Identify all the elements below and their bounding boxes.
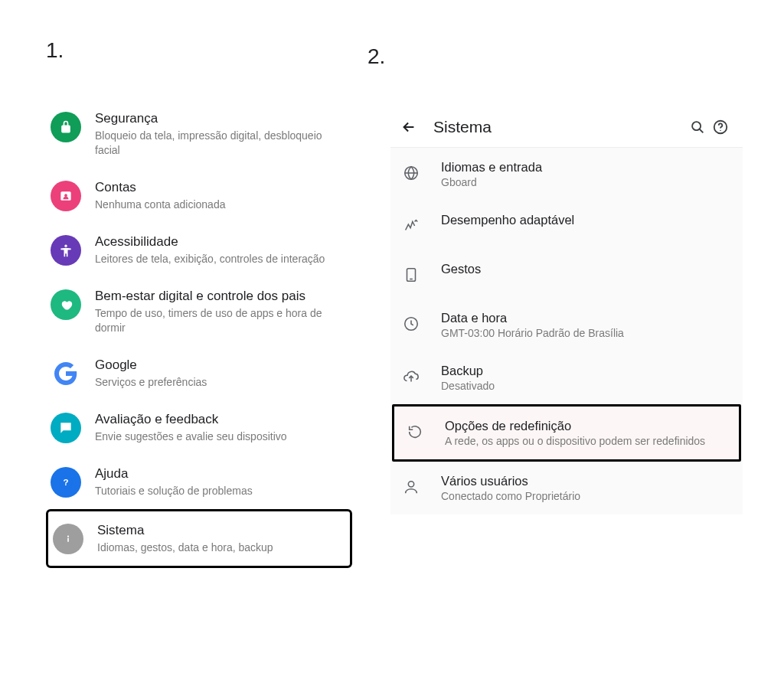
info-icon bbox=[53, 524, 83, 554]
system-item-subtitle: GMT-03:00 Horário Padrão de Brasília bbox=[441, 327, 732, 339]
help-button[interactable] bbox=[709, 119, 732, 136]
settings-item-subtitle: Tempo de uso, timers de uso de apps e ho… bbox=[95, 306, 345, 335]
settings-item-help[interactable]: ? Ajuda Tutoriais e solução de problemas bbox=[46, 455, 352, 509]
settings-item-subtitle: Leitores de tela, exibição, controles de… bbox=[95, 252, 345, 266]
adaptive-icon bbox=[400, 214, 423, 237]
back-button[interactable] bbox=[398, 119, 420, 136]
system-item-subtitle: Desativado bbox=[441, 380, 732, 392]
system-header: Sistema bbox=[390, 107, 743, 148]
settings-item-subtitle: Nenhuma conta adicionada bbox=[95, 198, 345, 212]
system-item-users[interactable]: Vários usuários Conectado como Proprietá… bbox=[390, 462, 743, 514]
system-item-title: Vários usuários bbox=[441, 474, 732, 488]
settings-item-title: Avaliação e feedback bbox=[95, 411, 345, 428]
svg-point-2 bbox=[64, 244, 67, 247]
system-item-reset[interactable]: Opções de redefinição A rede, os apps ou… bbox=[392, 404, 741, 462]
settings-item-title: Sistema bbox=[97, 522, 342, 539]
system-settings-panel: Sistema Idiomas e entrada Gboard Desempe… bbox=[390, 107, 743, 514]
gestures-icon bbox=[400, 263, 423, 286]
settings-item-google[interactable]: Google Serviços e preferências bbox=[46, 346, 352, 400]
system-item-backup[interactable]: Backup Desativado bbox=[390, 351, 743, 404]
settings-item-subtitle: Tutoriais e solução de problemas bbox=[95, 484, 345, 498]
svg-point-10 bbox=[720, 130, 720, 131]
help-icon: ? bbox=[51, 467, 81, 498]
feedback-icon bbox=[51, 413, 81, 443]
system-item-languages[interactable]: Idiomas e entrada Gboard bbox=[390, 148, 743, 201]
settings-item-title: Bem-estar digital e controle dos pais bbox=[95, 288, 345, 305]
settings-item-system[interactable]: Sistema Idiomas, gestos, data e hora, ba… bbox=[46, 509, 352, 568]
search-button[interactable] bbox=[686, 119, 709, 136]
globe-icon bbox=[400, 162, 423, 184]
system-item-datetime[interactable]: Data e hora GMT-03:00 Horário Padrão de … bbox=[390, 299, 743, 351]
system-item-title: Idiomas e entrada bbox=[441, 160, 732, 175]
settings-item-subtitle: Serviços e preferências bbox=[95, 375, 345, 390]
system-item-subtitle: Gboard bbox=[441, 176, 732, 188]
svg-point-1 bbox=[64, 194, 67, 197]
system-item-subtitle: Conectado como Proprietário bbox=[441, 490, 732, 502]
settings-item-subtitle: Idiomas, gestos, data e hora, backup bbox=[97, 540, 342, 555]
settings-item-subtitle: Envie sugestões e avalie seu dispositivo bbox=[95, 429, 345, 444]
user-icon bbox=[400, 475, 423, 498]
settings-item-title: Acessibilidade bbox=[95, 233, 345, 250]
accessibility-icon bbox=[51, 235, 81, 266]
settings-list-panel: Segurança Bloqueio da tela, impressão di… bbox=[46, 100, 352, 568]
google-icon bbox=[51, 358, 81, 389]
settings-item-accessibility[interactable]: Acessibilidade Leitores de tela, exibiçã… bbox=[46, 223, 352, 277]
svg-point-6 bbox=[67, 535, 69, 537]
system-item-title: Gestos bbox=[441, 262, 732, 276]
page-title: Sistema bbox=[433, 118, 686, 136]
settings-item-security[interactable]: Segurança Bloqueio da tela, impressão di… bbox=[46, 100, 352, 168]
system-item-title: Data e hora bbox=[441, 311, 732, 325]
settings-item-title: Segurança bbox=[95, 110, 345, 127]
account-icon bbox=[51, 181, 81, 211]
lock-icon bbox=[51, 112, 81, 142]
settings-item-feedback[interactable]: Avaliação e feedback Envie sugestões e a… bbox=[46, 400, 352, 455]
settings-item-accounts[interactable]: Contas Nenhuma conta adicionada bbox=[46, 168, 352, 223]
system-item-title: Opções de redefinição bbox=[445, 419, 728, 433]
step-2-label: 2. bbox=[368, 44, 385, 69]
svg-rect-7 bbox=[67, 537, 69, 541]
system-item-adaptive[interactable]: Desempenho adaptável bbox=[390, 201, 743, 250]
clock-icon bbox=[400, 312, 423, 335]
cloud-upload-icon bbox=[400, 365, 423, 388]
reset-icon bbox=[403, 420, 426, 443]
svg-point-8 bbox=[692, 122, 701, 130]
settings-item-wellbeing[interactable]: Bem-estar digital e controle dos pais Te… bbox=[46, 277, 352, 346]
svg-text:?: ? bbox=[63, 477, 68, 487]
settings-item-subtitle: Bloqueio da tela, impressão digital, des… bbox=[95, 129, 345, 158]
system-item-subtitle: A rede, os apps ou o dispositivo podem s… bbox=[445, 435, 728, 447]
settings-item-title: Google bbox=[95, 357, 345, 374]
system-item-gestures[interactable]: Gestos bbox=[390, 250, 743, 299]
system-item-title: Desempenho adaptável bbox=[441, 213, 732, 227]
settings-item-title: Contas bbox=[95, 179, 345, 196]
wellbeing-icon bbox=[51, 289, 81, 320]
step-1-label: 1. bbox=[46, 38, 64, 63]
svg-point-14 bbox=[408, 482, 413, 487]
system-item-title: Backup bbox=[441, 364, 732, 378]
settings-item-title: Ajuda bbox=[95, 465, 345, 482]
